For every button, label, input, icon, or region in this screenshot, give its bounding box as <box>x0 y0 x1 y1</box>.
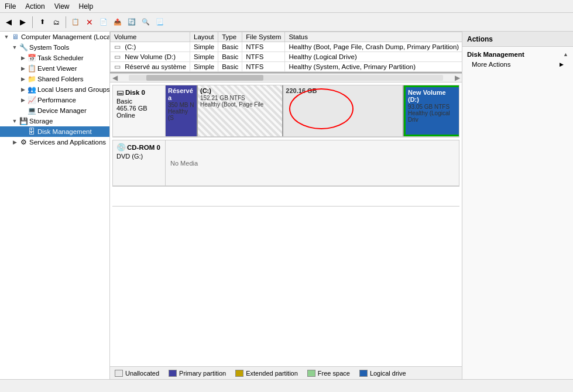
statusbar <box>0 379 573 392</box>
cdrom-row: 💿 CD-ROM 0 DVD (G:) No Media <box>112 140 459 187</box>
col-type: Type <box>218 32 242 42</box>
tree-device-manager[interactable]: 💻 Device Manager <box>0 105 109 116</box>
legend-extended-label: Extended partition <box>246 370 298 377</box>
tree-local-users[interactable]: ▶ 👥 Local Users and Groups <box>0 84 109 95</box>
menu-action[interactable]: Action <box>20 1 49 12</box>
toolbar-refresh[interactable]: 🔄 <box>125 16 138 29</box>
row1-type: Basic <box>218 52 242 62</box>
legend-free: Free space <box>307 370 350 377</box>
table-row[interactable]: ▭ Réservé au système Simple Basic NTFS H… <box>111 62 462 72</box>
circle-annotation <box>289 88 354 129</box>
actions-disk-label: Disk Management <box>467 51 524 58</box>
scroll-left-arrow[interactable]: ◀ <box>110 74 119 82</box>
partition-d[interactable]: New Volume (D:) 93.05 GB NTFS Healthy (L… <box>404 85 459 136</box>
event-expander: ▶ <box>19 64 27 73</box>
col-filesystem: File System <box>242 32 285 42</box>
actions-disk-mgmt-title[interactable]: Disk Management ▲ <box>462 49 573 60</box>
tree-task-scheduler[interactable]: ▶ 📅 Task Scheduler <box>0 53 109 63</box>
tree-performance[interactable]: ▶ 📈 Performance <box>0 95 109 105</box>
more-actions-label: More Actions <box>472 61 510 68</box>
toolbar-search[interactable]: 🔍 <box>139 16 152 29</box>
services-label: Services and Applications <box>29 139 106 146</box>
menu-help[interactable]: Help <box>74 1 98 12</box>
storage-expander: ▼ <box>11 117 19 125</box>
row2-type: Basic <box>218 62 242 72</box>
disk0-row: 🖴 Disk 0 Basic 465.76 GB Online Réservé … <box>112 85 459 137</box>
main-layout: ▼ 🖥 Computer Management (Local ▼ 🔧 Syste… <box>0 32 573 379</box>
menubar: File Action View Help <box>0 0 573 13</box>
row2-volume: ▭ Réservé au système <box>111 62 190 72</box>
toolbar-doc[interactable]: 📃 <box>153 16 166 29</box>
shared-expander: ▶ <box>19 75 27 83</box>
vol0-icon: ▭ <box>114 43 121 50</box>
perf-icon: 📈 <box>27 95 36 105</box>
disk-mgmt-icon: 🗄 <box>27 127 36 136</box>
reserved-sub2: Healthy (S <box>168 108 194 121</box>
root-expander: ▼ <box>2 33 11 41</box>
users-label: Local Users and Groups <box>37 86 110 93</box>
cdrom-icon: 💿 <box>116 143 126 152</box>
toolbar-help2[interactable]: 📤 <box>111 16 124 29</box>
disk0-type: Basic <box>116 98 162 105</box>
actions-title: Actions <box>467 35 493 43</box>
task-label: Task Scheduler <box>37 54 84 61</box>
row2-fs: NTFS <box>242 62 285 72</box>
tree-services-apps[interactable]: ▶ ⚙ Services and Applications <box>0 137 109 147</box>
toolbar-new-window[interactable]: 📋 <box>69 16 82 29</box>
row2-status: Healthy (System, Active, Primary Partiti… <box>285 62 462 72</box>
actions-header: Actions <box>462 32 573 47</box>
row0-fs: NTFS <box>242 42 285 52</box>
scroll-track <box>129 75 443 81</box>
toolbar-delete[interactable]: ✕ <box>83 16 96 29</box>
storage-label: Storage <box>29 118 53 125</box>
tree-root[interactable]: ▼ 🖥 Computer Management (Local <box>0 32 109 42</box>
perf-expander: ▶ <box>19 96 27 104</box>
row1-fs: NTFS <box>242 52 285 62</box>
toolbar-back[interactable]: ◀ <box>2 16 15 29</box>
disk0-size: 465.76 GB <box>116 105 162 112</box>
row1-layout: Simple <box>190 52 218 62</box>
row1-volume: ▭ New Volume (D:) <box>111 52 190 62</box>
c-sub2: Healthy (Boot, Page File <box>200 101 280 108</box>
tree-storage[interactable]: ▼ 💾 Storage <box>0 116 109 126</box>
reserved-sub1: 350 MB N <box>168 102 194 108</box>
actions-arrow-icon: ▲ <box>563 51 568 57</box>
col-status: Status <box>285 32 462 42</box>
tree-shared-folders[interactable]: ▶ 📁 Shared Folders <box>0 74 109 84</box>
partition-reserved[interactable]: Réservé a 350 MB N Healthy (S <box>166 85 198 136</box>
partition-c[interactable]: (C:) 152.21 GB NTFS Healthy (Boot, Page … <box>198 85 283 136</box>
toolbar-up[interactable]: ⬆ <box>36 16 49 29</box>
toolbar-show-hide[interactable]: 🗂 <box>50 16 63 29</box>
menu-view[interactable]: View <box>50 1 74 12</box>
table-scrollbar[interactable]: ◀ ▶ <box>110 73 462 82</box>
tree-event-viewer[interactable]: ▶ 📋 Event Viewer <box>0 63 109 74</box>
event-label: Event Viewer <box>37 65 77 72</box>
row0-status: Healthy (Boot, Page File, Crash Dump, Pr… <box>285 42 462 52</box>
cdrom-no-media: No Media <box>170 160 198 167</box>
tree-system-tools[interactable]: ▼ 🔧 System Tools <box>0 42 109 53</box>
actions-section-disk: Disk Management ▲ More Actions ▶ <box>462 47 573 71</box>
disk0-title: Disk 0 <box>125 89 145 96</box>
scroll-thumb[interactable] <box>146 75 263 81</box>
d-sub2: Healthy (Logical Driv <box>408 110 457 123</box>
system-tools-icon: 🔧 <box>19 43 28 52</box>
tree-disk-management[interactable]: 🗄 Disk Management <box>0 126 109 137</box>
disk0-status: Online <box>116 112 162 119</box>
event-icon: 📋 <box>27 64 36 73</box>
table-row[interactable]: ▭ (C:) Simple Basic NTFS Healthy (Boot, … <box>111 42 462 52</box>
toolbar-properties[interactable]: 📄 <box>97 16 110 29</box>
perf-label: Performance <box>37 97 76 104</box>
vol2-icon: ▭ <box>114 63 121 70</box>
legend-free-box <box>307 370 315 377</box>
action-more-actions[interactable]: More Actions ▶ <box>462 60 573 69</box>
scroll-right-arrow[interactable]: ▶ <box>452 74 462 82</box>
partition-unallocated[interactable]: 220.16 GB <box>283 85 404 136</box>
row0-layout: Simple <box>190 42 218 52</box>
legend-primary-label: Primary partition <box>179 370 226 377</box>
legend-primary: Primary partition <box>169 370 226 377</box>
legend-logical-label: Logical drive <box>370 370 406 377</box>
table-row[interactable]: ▭ New Volume (D:) Simple Basic NTFS Heal… <box>111 52 462 62</box>
toolbar-forward[interactable]: ▶ <box>16 16 29 29</box>
legend-unallocated-label: Unallocated <box>125 370 159 377</box>
menu-file[interactable]: File <box>0 1 20 12</box>
